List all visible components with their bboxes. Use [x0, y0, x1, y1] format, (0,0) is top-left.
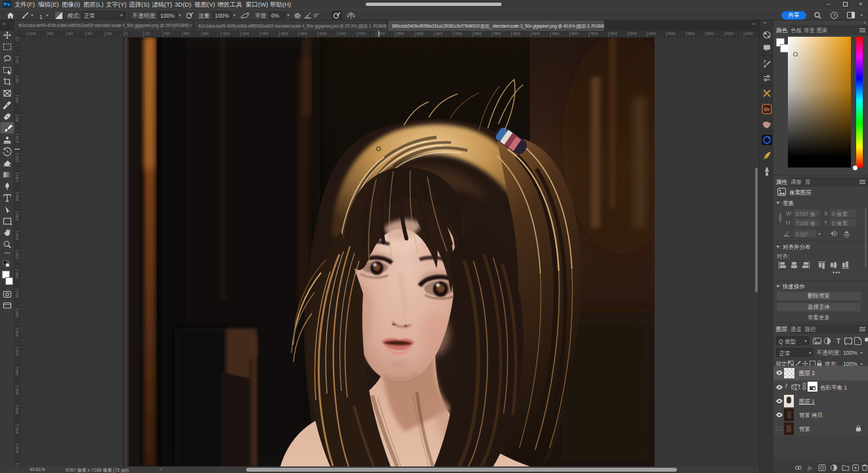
svg-text:600: 600 — [15, 97, 19, 102]
svg-text:1000: 1000 — [29, 32, 36, 35]
svg-text:1200: 1200 — [242, 32, 249, 35]
svg-text:3400: 3400 — [455, 32, 462, 35]
svg-text:2200: 2200 — [339, 32, 346, 35]
svg-text:6200: 6200 — [726, 32, 733, 35]
svg-text:2000: 2000 — [319, 32, 326, 35]
svg-text:1800: 1800 — [15, 213, 19, 220]
svg-text:1800: 1800 — [300, 32, 307, 35]
svg-text:6000: 6000 — [706, 32, 714, 35]
svg-text:1400: 1400 — [15, 174, 19, 181]
svg-text:5600: 5600 — [668, 32, 675, 35]
svg-text:4400: 4400 — [552, 32, 559, 35]
svg-text:2400: 2400 — [358, 32, 365, 35]
svg-text:400: 400 — [164, 32, 170, 35]
svg-text:1200: 1200 — [15, 155, 19, 162]
svg-text:0: 0 — [15, 39, 19, 41]
svg-text:4000: 4000 — [15, 426, 19, 434]
svg-text:4600: 4600 — [571, 32, 578, 35]
svg-text:3800: 3800 — [494, 32, 501, 35]
svg-text:3200: 3200 — [435, 32, 443, 35]
svg-text:3600: 3600 — [15, 388, 19, 395]
svg-text:Dr: Dr — [764, 106, 770, 112]
svg-text:2200: 2200 — [15, 252, 19, 259]
svg-text:3000: 3000 — [15, 329, 19, 336]
svg-text:600: 600 — [68, 32, 74, 35]
svg-text:400: 400 — [15, 78, 19, 83]
svg-text:3800: 3800 — [15, 407, 19, 414]
svg-text:2400: 2400 — [15, 271, 19, 279]
svg-text:4200: 4200 — [532, 32, 540, 35]
svg-text:2800: 2800 — [397, 32, 404, 35]
svg-text:2600: 2600 — [15, 290, 19, 298]
svg-text:200: 200 — [106, 32, 112, 35]
svg-text:1600: 1600 — [280, 32, 288, 35]
svg-text:800: 800 — [203, 32, 209, 35]
svg-text:5400: 5400 — [649, 32, 656, 35]
svg-text:1000: 1000 — [15, 135, 19, 143]
svg-text:800: 800 — [15, 116, 19, 122]
svg-text:3200: 3200 — [15, 349, 19, 356]
svg-text:3000: 3000 — [416, 32, 423, 35]
svg-text:2000: 2000 — [15, 233, 19, 240]
svg-text:4000: 4000 — [513, 32, 520, 35]
svg-text:1600: 1600 — [15, 194, 19, 201]
svg-text:200: 200 — [15, 58, 19, 64]
svg-text:0: 0 — [125, 32, 127, 35]
svg-text:4800: 4800 — [590, 32, 597, 35]
svg-text:3600: 3600 — [474, 32, 481, 35]
svg-text:T: T — [836, 338, 840, 345]
svg-text:5000: 5000 — [610, 32, 617, 35]
svg-text:200: 200 — [145, 32, 151, 35]
svg-text:fx: fx — [808, 464, 812, 471]
svg-text:5200: 5200 — [629, 32, 636, 35]
svg-text:400: 400 — [87, 32, 93, 35]
svg-text:4200: 4200 — [15, 445, 19, 453]
svg-text:1400: 1400 — [261, 32, 269, 35]
svg-text:800: 800 — [48, 32, 54, 35]
svg-text:5800: 5800 — [687, 32, 695, 35]
svg-text:3400: 3400 — [15, 368, 19, 375]
svg-text:600: 600 — [184, 32, 190, 35]
svg-text:1000: 1000 — [223, 32, 230, 35]
svg-text:6400: 6400 — [745, 32, 752, 35]
svg-text:2800: 2800 — [15, 310, 19, 317]
